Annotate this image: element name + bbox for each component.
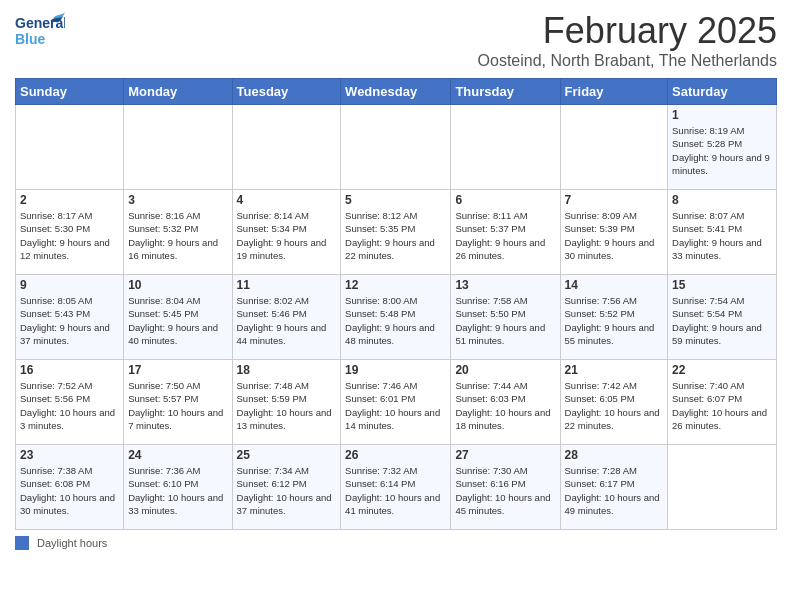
header: General Blue February 2025 Oosteind, Nor… [15, 10, 777, 70]
day-number: 14 [565, 278, 664, 292]
calendar-header-row: SundayMondayTuesdayWednesdayThursdayFrid… [16, 79, 777, 105]
day-info: Sunrise: 8:07 AM Sunset: 5:41 PM Dayligh… [672, 209, 772, 262]
day-number: 7 [565, 193, 664, 207]
day-number: 1 [672, 108, 772, 122]
calendar-cell: 26Sunrise: 7:32 AM Sunset: 6:14 PM Dayli… [341, 445, 451, 530]
day-number: 8 [672, 193, 772, 207]
calendar-cell [451, 105, 560, 190]
day-number: 17 [128, 363, 227, 377]
day-info: Sunrise: 8:17 AM Sunset: 5:30 PM Dayligh… [20, 209, 119, 262]
day-info: Sunrise: 8:04 AM Sunset: 5:45 PM Dayligh… [128, 294, 227, 347]
calendar-day-header: Sunday [16, 79, 124, 105]
day-number: 25 [237, 448, 337, 462]
day-number: 3 [128, 193, 227, 207]
legend-box [15, 536, 29, 550]
day-info: Sunrise: 7:30 AM Sunset: 6:16 PM Dayligh… [455, 464, 555, 517]
calendar-cell: 7Sunrise: 8:09 AM Sunset: 5:39 PM Daylig… [560, 190, 668, 275]
calendar-cell [560, 105, 668, 190]
day-number: 20 [455, 363, 555, 377]
calendar-week-row: 23Sunrise: 7:38 AM Sunset: 6:08 PM Dayli… [16, 445, 777, 530]
day-info: Sunrise: 7:42 AM Sunset: 6:05 PM Dayligh… [565, 379, 664, 432]
calendar-cell [668, 445, 777, 530]
calendar-cell: 8Sunrise: 8:07 AM Sunset: 5:41 PM Daylig… [668, 190, 777, 275]
calendar-cell: 23Sunrise: 7:38 AM Sunset: 6:08 PM Dayli… [16, 445, 124, 530]
calendar-cell: 17Sunrise: 7:50 AM Sunset: 5:57 PM Dayli… [124, 360, 232, 445]
legend: Daylight hours [15, 536, 777, 550]
day-info: Sunrise: 7:28 AM Sunset: 6:17 PM Dayligh… [565, 464, 664, 517]
calendar-cell [124, 105, 232, 190]
calendar-cell: 6Sunrise: 8:11 AM Sunset: 5:37 PM Daylig… [451, 190, 560, 275]
calendar-cell: 20Sunrise: 7:44 AM Sunset: 6:03 PM Dayli… [451, 360, 560, 445]
logo: General Blue [15, 10, 65, 52]
title-section: February 2025 Oosteind, North Brabant, T… [478, 10, 777, 70]
day-info: Sunrise: 7:36 AM Sunset: 6:10 PM Dayligh… [128, 464, 227, 517]
day-info: Sunrise: 8:11 AM Sunset: 5:37 PM Dayligh… [455, 209, 555, 262]
day-number: 15 [672, 278, 772, 292]
day-number: 6 [455, 193, 555, 207]
calendar-cell: 2Sunrise: 8:17 AM Sunset: 5:30 PM Daylig… [16, 190, 124, 275]
day-info: Sunrise: 7:40 AM Sunset: 6:07 PM Dayligh… [672, 379, 772, 432]
svg-text:Blue: Blue [15, 31, 46, 47]
calendar-week-row: 2Sunrise: 8:17 AM Sunset: 5:30 PM Daylig… [16, 190, 777, 275]
calendar-week-row: 1Sunrise: 8:19 AM Sunset: 5:28 PM Daylig… [16, 105, 777, 190]
calendar-cell: 14Sunrise: 7:56 AM Sunset: 5:52 PM Dayli… [560, 275, 668, 360]
day-info: Sunrise: 8:14 AM Sunset: 5:34 PM Dayligh… [237, 209, 337, 262]
day-info: Sunrise: 7:52 AM Sunset: 5:56 PM Dayligh… [20, 379, 119, 432]
calendar-day-header: Thursday [451, 79, 560, 105]
day-info: Sunrise: 8:16 AM Sunset: 5:32 PM Dayligh… [128, 209, 227, 262]
day-info: Sunrise: 8:05 AM Sunset: 5:43 PM Dayligh… [20, 294, 119, 347]
calendar-cell: 13Sunrise: 7:58 AM Sunset: 5:50 PM Dayli… [451, 275, 560, 360]
calendar-cell: 3Sunrise: 8:16 AM Sunset: 5:32 PM Daylig… [124, 190, 232, 275]
calendar-day-header: Monday [124, 79, 232, 105]
day-number: 18 [237, 363, 337, 377]
calendar-day-header: Friday [560, 79, 668, 105]
calendar-cell: 16Sunrise: 7:52 AM Sunset: 5:56 PM Dayli… [16, 360, 124, 445]
calendar-cell: 15Sunrise: 7:54 AM Sunset: 5:54 PM Dayli… [668, 275, 777, 360]
calendar-cell: 1Sunrise: 8:19 AM Sunset: 5:28 PM Daylig… [668, 105, 777, 190]
day-info: Sunrise: 7:38 AM Sunset: 6:08 PM Dayligh… [20, 464, 119, 517]
calendar-cell: 11Sunrise: 8:02 AM Sunset: 5:46 PM Dayli… [232, 275, 341, 360]
calendar-cell [232, 105, 341, 190]
day-info: Sunrise: 8:02 AM Sunset: 5:46 PM Dayligh… [237, 294, 337, 347]
day-number: 13 [455, 278, 555, 292]
day-number: 23 [20, 448, 119, 462]
day-number: 11 [237, 278, 337, 292]
day-info: Sunrise: 7:46 AM Sunset: 6:01 PM Dayligh… [345, 379, 446, 432]
calendar-cell: 18Sunrise: 7:48 AM Sunset: 5:59 PM Dayli… [232, 360, 341, 445]
calendar-cell: 21Sunrise: 7:42 AM Sunset: 6:05 PM Dayli… [560, 360, 668, 445]
calendar-cell: 10Sunrise: 8:04 AM Sunset: 5:45 PM Dayli… [124, 275, 232, 360]
day-info: Sunrise: 7:34 AM Sunset: 6:12 PM Dayligh… [237, 464, 337, 517]
day-number: 9 [20, 278, 119, 292]
calendar-title: February 2025 [478, 10, 777, 52]
calendar-cell: 22Sunrise: 7:40 AM Sunset: 6:07 PM Dayli… [668, 360, 777, 445]
day-number: 4 [237, 193, 337, 207]
calendar-cell: 28Sunrise: 7:28 AM Sunset: 6:17 PM Dayli… [560, 445, 668, 530]
legend-label: Daylight hours [37, 537, 107, 549]
calendar-cell: 9Sunrise: 8:05 AM Sunset: 5:43 PM Daylig… [16, 275, 124, 360]
day-info: Sunrise: 7:56 AM Sunset: 5:52 PM Dayligh… [565, 294, 664, 347]
day-number: 5 [345, 193, 446, 207]
day-info: Sunrise: 8:19 AM Sunset: 5:28 PM Dayligh… [672, 124, 772, 177]
logo-icon: General Blue [15, 10, 65, 52]
calendar-day-header: Saturday [668, 79, 777, 105]
calendar-cell [16, 105, 124, 190]
day-number: 26 [345, 448, 446, 462]
calendar-cell: 5Sunrise: 8:12 AM Sunset: 5:35 PM Daylig… [341, 190, 451, 275]
calendar-subtitle: Oosteind, North Brabant, The Netherlands [478, 52, 777, 70]
day-info: Sunrise: 7:48 AM Sunset: 5:59 PM Dayligh… [237, 379, 337, 432]
calendar-cell: 24Sunrise: 7:36 AM Sunset: 6:10 PM Dayli… [124, 445, 232, 530]
calendar-cell [341, 105, 451, 190]
calendar-week-row: 9Sunrise: 8:05 AM Sunset: 5:43 PM Daylig… [16, 275, 777, 360]
day-info: Sunrise: 7:44 AM Sunset: 6:03 PM Dayligh… [455, 379, 555, 432]
calendar-week-row: 16Sunrise: 7:52 AM Sunset: 5:56 PM Dayli… [16, 360, 777, 445]
day-number: 21 [565, 363, 664, 377]
calendar-cell: 27Sunrise: 7:30 AM Sunset: 6:16 PM Dayli… [451, 445, 560, 530]
day-number: 28 [565, 448, 664, 462]
calendar-day-header: Wednesday [341, 79, 451, 105]
day-number: 12 [345, 278, 446, 292]
day-number: 27 [455, 448, 555, 462]
day-info: Sunrise: 7:50 AM Sunset: 5:57 PM Dayligh… [128, 379, 227, 432]
calendar-table: SundayMondayTuesdayWednesdayThursdayFrid… [15, 78, 777, 530]
day-number: 10 [128, 278, 227, 292]
calendar-cell: 12Sunrise: 8:00 AM Sunset: 5:48 PM Dayli… [341, 275, 451, 360]
